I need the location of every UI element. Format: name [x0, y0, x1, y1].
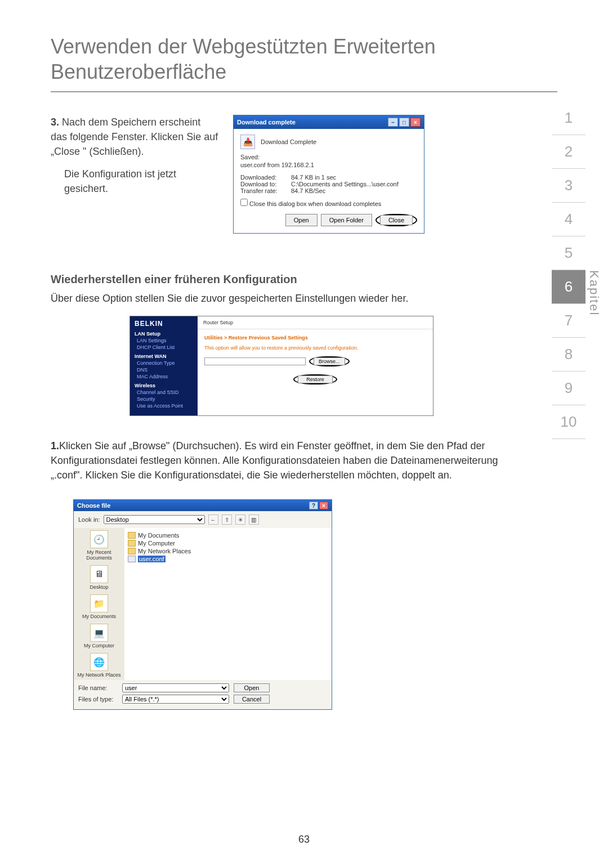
restore-paragraph: Über diese Option stellen Sie die zuvor …: [51, 292, 512, 306]
open-button[interactable]: Open: [285, 214, 318, 226]
chapter-nav-10[interactable]: 10: [552, 405, 585, 439]
dlg-dl-title: Download complete: [237, 119, 296, 126]
cancel-button[interactable]: Cancel: [234, 695, 270, 704]
sidebar-security[interactable]: Security: [137, 396, 193, 402]
choose-file-dialog: Choose file ? × Look in: Desktop ← ⇧ ✳ ▥…: [73, 499, 332, 710]
step3-text: 3. Nach dem Speichern erscheint das folg…: [51, 115, 220, 234]
saved-label: Saved:: [240, 154, 417, 160]
downloaded-value: 84.7 KB in 1 sec: [291, 174, 336, 181]
chapter-nav-8[interactable]: 8: [552, 338, 585, 372]
belkin-router-screenshot: BELKIN LAN Setup LAN Settings DHCP Clien…: [129, 316, 433, 416]
list-item[interactable]: My Documents: [128, 531, 328, 539]
download-complete-dialog: Download complete – □ × 📥 Download Compl…: [233, 115, 424, 234]
list-item[interactable]: My Computer: [128, 539, 328, 547]
chapter-nav-3[interactable]: 3: [552, 169, 585, 203]
open-button[interactable]: Open: [234, 683, 270, 692]
step1-text: 1.Klicken Sie auf „Browse" (Durchsuchen)…: [51, 439, 512, 482]
belkin-file-input[interactable]: [204, 357, 306, 365]
chapter-nav-1[interactable]: 1: [552, 101, 585, 135]
download-to-value: C:\Documents and Settings...\user.conf: [291, 181, 399, 187]
place-mynet[interactable]: 🌐My Network Places: [77, 653, 120, 678]
sidebar-internet-wan[interactable]: Internet WAN: [135, 354, 193, 359]
sidebar-use-ap[interactable]: Use as Access Point: [137, 403, 193, 409]
sidebar-mac[interactable]: MAC Address: [137, 374, 193, 379]
belkin-desc: This option will allow you to restore a …: [204, 345, 426, 351]
list-item[interactable]: My Network Places: [128, 547, 328, 555]
sidebar-conn-type[interactable]: Connection Type: [137, 360, 193, 366]
step3-p2: Die Konfiguration ist jetzt gesichert.: [64, 167, 220, 196]
close-when-done-checkbox[interactable]: [240, 199, 248, 206]
browse-button[interactable]: Browse...: [314, 357, 345, 365]
belkin-logo: BELKIN: [135, 320, 193, 328]
chapter-nav-6[interactable]: 6: [552, 270, 585, 304]
chapter-nav-5[interactable]: 5: [552, 236, 585, 270]
dlg-dl-heading: Download Complete: [261, 138, 316, 145]
places-bar: 🕘My Recent Documents 🖥Desktop 📁My Docume…: [74, 528, 124, 680]
place-recent[interactable]: 🕘My Recent Documents: [76, 530, 122, 561]
documents-icon: 📁: [90, 594, 108, 612]
step1-body: Klicken Sie auf „Browse" (Durchsuchen). …: [51, 440, 498, 481]
place-mycomp[interactable]: 💻My Computer: [84, 624, 114, 648]
sidebar-lan-setup[interactable]: LAN Setup: [135, 331, 193, 337]
open-folder-button[interactable]: Open Folder: [321, 214, 372, 226]
place-mydocs[interactable]: 📁My Documents: [82, 594, 116, 619]
close-icon[interactable]: ×: [319, 502, 328, 509]
new-folder-icon[interactable]: ✳: [235, 514, 245, 525]
network-icon: 🌐: [90, 653, 108, 671]
downloaded-label: Downloaded:: [240, 174, 291, 181]
step3-p1: Nach dem Speichern erscheint das folgend…: [51, 117, 218, 157]
dlg-cf-title: Choose file: [77, 502, 110, 509]
chapter-nav-7[interactable]: 7: [552, 304, 585, 338]
chapter-nav-9[interactable]: 9: [552, 372, 585, 405]
folder-icon: [128, 532, 136, 539]
lookin-select[interactable]: Desktop: [104, 515, 205, 524]
dlg-cf-titlebar: Choose file ? ×: [74, 500, 332, 511]
filetype-label: Files of type:: [78, 696, 118, 703]
list-item-selected[interactable]: user.conf: [128, 555, 328, 563]
restore-button[interactable]: Restore: [298, 375, 333, 383]
chapter-nav-4[interactable]: 4: [552, 203, 585, 236]
chapter-nav: 1 2 3 4 5 6 7 8 9 10 Kapitel: [552, 101, 585, 439]
step3-number: 3.: [51, 117, 59, 128]
download-icon: 📥: [240, 135, 255, 149]
back-icon[interactable]: ←: [208, 514, 218, 525]
up-icon[interactable]: ⇧: [222, 514, 232, 525]
minimize-icon[interactable]: –: [388, 118, 398, 127]
belkin-topbar: Router Setup: [198, 316, 433, 329]
title-rule: [51, 91, 557, 92]
transfer-rate-label: Transfer rate:: [240, 187, 291, 194]
close-button[interactable]: Close: [380, 215, 413, 225]
belkin-breadcrumb: Utilities > Restore Previous Saved Setti…: [204, 335, 426, 341]
chapter-label: Kapitel: [587, 270, 601, 316]
page-number: 63: [0, 834, 608, 845]
desktop-icon: 🖥: [90, 565, 108, 583]
belkin-sidebar: BELKIN LAN Setup LAN Settings DHCP Clien…: [130, 316, 198, 415]
chapter-nav-2[interactable]: 2: [552, 135, 585, 169]
computer-icon: 💻: [90, 624, 108, 642]
sidebar-dns[interactable]: DNS: [137, 367, 193, 373]
folder-icon: [128, 540, 136, 547]
filename-label: File name:: [78, 684, 118, 691]
transfer-rate-value: 84.7 KB/Sec: [291, 187, 325, 194]
sidebar-lan-settings[interactable]: LAN Settings: [137, 338, 193, 343]
folder-icon: [128, 548, 136, 554]
step1-number: 1.: [51, 440, 59, 451]
restore-heading: Wiederherstellen einer früheren Konfigur…: [51, 273, 512, 286]
views-icon[interactable]: ▥: [249, 514, 259, 525]
place-desktop[interactable]: 🖥Desktop: [90, 565, 108, 590]
dlg-dl-titlebar: Download complete – □ ×: [234, 115, 424, 129]
recent-icon: 🕘: [90, 530, 108, 548]
saved-value: user.conf from 192.168.2.1: [240, 162, 417, 168]
close-when-done-label: Close this dialog box when download comp…: [249, 200, 381, 207]
sidebar-wireless[interactable]: Wireless: [135, 383, 193, 388]
sidebar-channel[interactable]: Channel and SSID: [137, 390, 193, 395]
file-icon: [128, 556, 136, 562]
sidebar-dhcp[interactable]: DHCP Client List: [137, 344, 193, 350]
filename-input[interactable]: user: [122, 683, 229, 692]
maximize-icon[interactable]: □: [399, 118, 409, 127]
help-icon[interactable]: ?: [309, 502, 318, 509]
filetype-select[interactable]: All Files (*.*): [122, 695, 229, 704]
download-to-label: Download to:: [240, 181, 291, 187]
file-list[interactable]: My Documents My Computer My Network Plac…: [124, 528, 332, 680]
close-icon[interactable]: ×: [410, 118, 421, 127]
